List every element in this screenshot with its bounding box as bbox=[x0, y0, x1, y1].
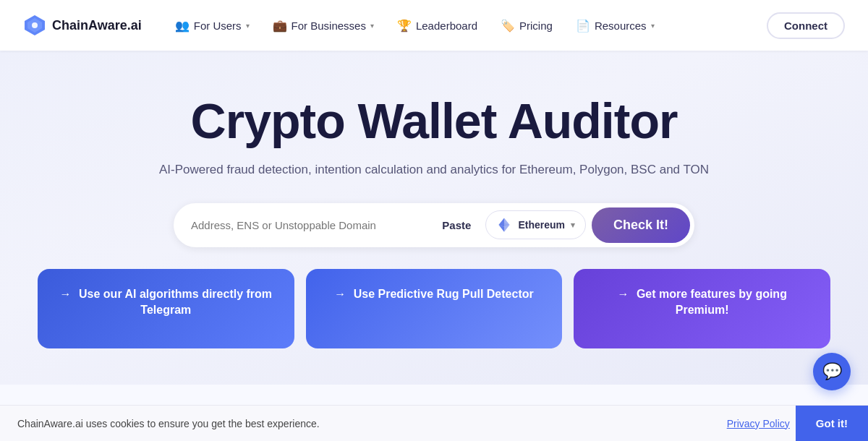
chain-label: Ethereum bbox=[518, 219, 565, 231]
nav-item-for-businesses[interactable]: 💼 For Businesses ▾ bbox=[263, 13, 384, 38]
card-premium-text: → Get more features by going Premium! bbox=[590, 286, 814, 319]
feature-cards: → Use our AI algorithms directly from Te… bbox=[23, 269, 845, 348]
chevron-down-icon-2: ▾ bbox=[370, 22, 374, 30]
chevron-down-icon-3: ▾ bbox=[651, 22, 655, 30]
search-bar: Paste Ethereum ▾ Check It! bbox=[174, 203, 694, 247]
connect-button[interactable]: Connect bbox=[767, 12, 845, 39]
nav-item-resources[interactable]: 📄 Resources ▾ bbox=[566, 13, 665, 38]
chain-selector[interactable]: Ethereum ▾ bbox=[485, 210, 586, 239]
card-rug-pull[interactable]: → Use Predictive Rug Pull Detector bbox=[306, 269, 563, 348]
navbar: ChainAware.ai 👥 For Users ▾ 💼 For Busine… bbox=[0, 0, 868, 51]
users-icon: 👥 bbox=[175, 19, 190, 33]
got-it-button[interactable]: Got it! bbox=[796, 406, 868, 442]
card-premium[interactable]: → Get more features by going Premium! bbox=[574, 269, 830, 348]
nav-label-for-businesses: For Businesses bbox=[292, 20, 366, 32]
hero-subtitle: AI-Powered fraud detection, intention ca… bbox=[23, 163, 845, 177]
arrow-icon-1: → bbox=[60, 288, 72, 300]
trophy-icon: 🏆 bbox=[397, 19, 412, 33]
nav-label-for-users: For Users bbox=[194, 20, 242, 32]
nav-label-leaderboard: Leaderboard bbox=[416, 20, 477, 32]
nav-label-pricing: Pricing bbox=[519, 20, 553, 32]
card-rug-pull-text: → Use Predictive Rug Pull Detector bbox=[322, 286, 547, 302]
chat-icon: 💬 bbox=[822, 362, 842, 381]
nav-label-resources: Resources bbox=[595, 20, 647, 32]
arrow-icon-3: → bbox=[617, 288, 629, 300]
nav-item-leaderboard[interactable]: 🏆 Leaderboard bbox=[387, 13, 488, 38]
arrow-icon-2: → bbox=[334, 288, 346, 300]
cookie-text: ChainAware.ai uses cookies to ensure you… bbox=[17, 418, 721, 429]
svg-point-2 bbox=[32, 22, 38, 28]
check-it-button[interactable]: Check It! bbox=[592, 207, 690, 243]
briefcase-icon: 💼 bbox=[273, 19, 287, 33]
ethereum-icon bbox=[496, 217, 512, 233]
card-telegram[interactable]: → Use our AI algorithms directly from Te… bbox=[38, 269, 294, 348]
chat-bubble-button[interactable]: 💬 bbox=[813, 353, 851, 390]
tag-icon: 🏷️ bbox=[501, 19, 515, 33]
address-input[interactable] bbox=[191, 219, 427, 231]
logo-icon bbox=[23, 14, 46, 37]
chevron-down-icon: ▾ bbox=[246, 22, 250, 30]
paste-button[interactable]: Paste bbox=[433, 215, 480, 236]
nav-logo[interactable]: ChainAware.ai bbox=[23, 14, 142, 37]
chain-chevron-icon: ▾ bbox=[571, 220, 575, 230]
cookie-banner: ChainAware.ai uses cookies to ensure you… bbox=[0, 405, 868, 441]
hero-section: Crypto Wallet Auditor AI-Powered fraud d… bbox=[0, 51, 868, 385]
logo-text: ChainAware.ai bbox=[52, 18, 142, 33]
hero-title: Crypto Wallet Auditor bbox=[23, 94, 845, 148]
document-icon: 📄 bbox=[576, 19, 590, 33]
nav-item-pricing[interactable]: 🏷️ Pricing bbox=[490, 13, 563, 38]
nav-item-for-users[interactable]: 👥 For Users ▾ bbox=[165, 13, 260, 38]
nav-items: 👥 For Users ▾ 💼 For Businesses ▾ 🏆 Leade… bbox=[165, 13, 761, 38]
privacy-policy-link[interactable]: Privacy Policy bbox=[727, 418, 790, 429]
card-telegram-text: → Use our AI algorithms directly from Te… bbox=[54, 286, 278, 319]
